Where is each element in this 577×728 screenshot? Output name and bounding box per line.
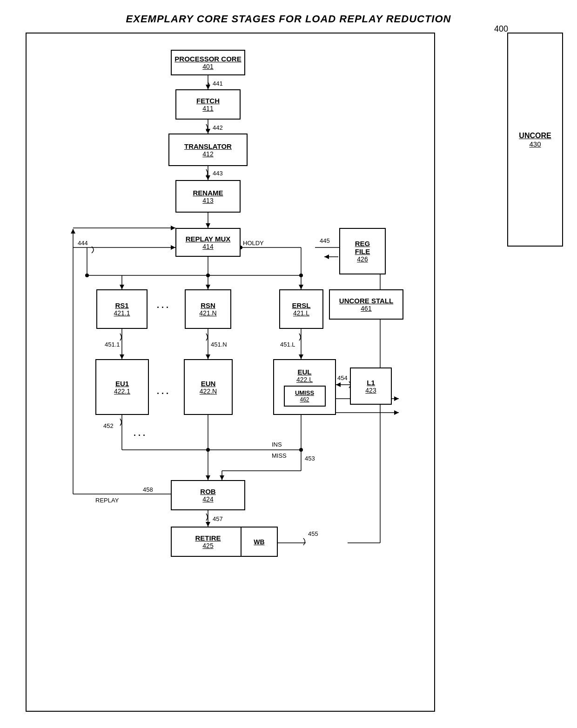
eu1-block: EU1 422.1 [95, 359, 149, 415]
svg-point-30 [85, 274, 89, 277]
translator-block: TRANSLATOR 412 [168, 134, 248, 166]
svg-marker-10 [206, 223, 210, 228]
svg-marker-91 [394, 410, 399, 415]
translator-label: TRANSLATOR [184, 142, 232, 150]
l1-block: L1 423 [350, 367, 392, 405]
ersl-label: ERSL [292, 301, 310, 309]
processor-core-block: PROCESSOR CORE 401 [171, 50, 245, 75]
svg-marker-7 [206, 175, 210, 180]
uncore-stall-block: UNCORE STALL 461 [329, 289, 403, 320]
svg-point-14 [299, 274, 303, 277]
svg-text:REPLAY: REPLAY [95, 497, 119, 504]
retire-block: RETIRE 425 [171, 527, 245, 557]
svg-text:MISS: MISS [272, 452, 287, 459]
svg-marker-16 [120, 285, 124, 289]
uncore-stall-label: UNCORE STALL [339, 297, 393, 305]
uncore-stall-num: 461 [361, 305, 371, 312]
l1-num: 423 [365, 387, 376, 394]
svg-marker-1 [206, 85, 210, 89]
rsn-label: RSN [201, 301, 215, 309]
rob-label: ROB [200, 488, 215, 495]
wb-box: WB [241, 527, 278, 557]
svg-text:451.1: 451.1 [105, 341, 120, 348]
rs1-block: RS1 421.1 [96, 289, 148, 329]
rsn-num: 421.N [199, 309, 216, 317]
retire-num: 425 [202, 542, 213, 549]
svg-text:457: 457 [213, 515, 223, 522]
reg-file-block: REG FILE 426 [339, 228, 386, 274]
svg-marker-89 [394, 396, 399, 401]
svg-point-54 [299, 448, 303, 452]
svg-marker-33 [120, 354, 124, 359]
svg-text:· · ·: · · · [157, 389, 168, 398]
uncore-block: UNCORE 430 [507, 33, 563, 247]
svg-marker-39 [299, 354, 303, 359]
svg-point-53 [206, 448, 210, 452]
svg-text:455: 455 [308, 530, 318, 537]
reg-file-label: REG FILE [355, 240, 370, 255]
umiss-num: 462 [300, 396, 309, 403]
rename-num: 413 [202, 197, 213, 204]
eul-num: 422.L [296, 376, 313, 383]
processor-core-num: 401 [202, 63, 213, 70]
eul-block: EUL 422.L UMISS 462 [273, 359, 336, 415]
svg-text:444: 444 [78, 240, 88, 247]
svg-marker-42 [336, 382, 341, 387]
umiss-label: UMISS [295, 389, 314, 396]
eun-label: EUN [201, 380, 216, 387]
svg-text:452: 452 [103, 422, 114, 429]
ersl-num: 421.L [293, 309, 309, 317]
ersl-block: ERSL 421.L [279, 289, 323, 329]
fetch-block: FETCH 411 [175, 89, 241, 120]
rename-label: RENAME [193, 189, 223, 197]
rsn-block: RSN 421.N [185, 289, 231, 329]
svg-marker-20 [299, 285, 303, 289]
svg-text:454: 454 [337, 374, 348, 381]
svg-text:458: 458 [143, 486, 153, 493]
svg-text:441: 441 [213, 80, 223, 87]
fetch-num: 411 [202, 105, 213, 112]
rename-block: RENAME 413 [175, 180, 241, 213]
svg-text:442: 442 [213, 124, 223, 131]
svg-point-13 [206, 274, 210, 277]
svg-marker-75 [171, 226, 175, 230]
rs1-num: 421.1 [114, 309, 130, 317]
processor-core-label: PROCESSOR CORE [174, 55, 241, 63]
svg-text:445: 445 [320, 237, 330, 244]
uncore-label: UNCORE [519, 132, 551, 140]
svg-text:INS: INS [272, 441, 282, 448]
svg-marker-73 [71, 229, 75, 234]
svg-text:HOLDY: HOLDY [243, 240, 264, 247]
ref-number: 400 [494, 24, 508, 34]
retire-label: RETIRE [195, 534, 221, 542]
l1-label: L1 [367, 379, 375, 387]
rob-num: 424 [202, 495, 213, 503]
svg-marker-36 [206, 354, 210, 359]
eul-label: EUL [298, 368, 312, 376]
svg-marker-18 [206, 285, 210, 289]
svg-text:453: 453 [305, 455, 315, 462]
rob-block: ROB 424 [171, 480, 245, 510]
svg-text:443: 443 [213, 170, 223, 177]
eu1-label: EU1 [115, 380, 129, 387]
uncore-num: 430 [529, 140, 541, 148]
replay-mux-num: 414 [202, 243, 213, 250]
svg-text:· · ·: · · · [134, 431, 145, 440]
svg-marker-56 [206, 475, 210, 480]
svg-marker-63 [206, 522, 210, 527]
replay-mux-label: REPLAY MUX [186, 235, 231, 243]
umiss-block: UMISS 462 [284, 386, 326, 407]
diagram-container: 441 442 443 [26, 33, 435, 712]
wb-label: WB [254, 538, 264, 546]
svg-marker-61 [220, 475, 224, 480]
svg-marker-4 [206, 129, 210, 134]
svg-text:451.N: 451.N [211, 341, 227, 348]
eun-block: EUN 422.N [184, 359, 233, 415]
rs1-label: RS1 [115, 301, 128, 309]
svg-text:· · ·: · · · [157, 303, 168, 312]
svg-text:451.L: 451.L [280, 341, 295, 348]
page-title: EXEMPLARY CORE STAGES FOR LOAD REPLAY RE… [0, 0, 577, 25]
eun-num: 422.N [200, 387, 217, 395]
eu1-num: 422.1 [114, 387, 130, 395]
translator-num: 412 [202, 150, 213, 158]
